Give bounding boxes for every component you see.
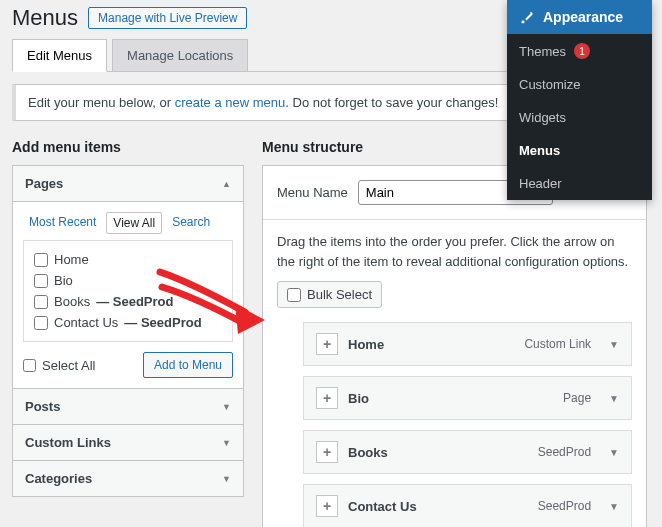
checkbox[interactable] <box>34 253 48 267</box>
brush-icon <box>519 9 535 25</box>
accordion-label: Posts <box>25 399 60 414</box>
plus-icon[interactable]: + <box>316 495 338 517</box>
add-items-heading: Add menu items <box>12 139 244 155</box>
appearance-sidebar: Appearance Themes 1 Customize Widgets Me… <box>507 0 652 200</box>
accordion-label: Custom Links <box>25 435 111 450</box>
sidebar-item-header[interactable]: Header <box>507 167 652 200</box>
menu-structure-desc: Drag the items into the order you prefer… <box>263 220 646 281</box>
menu-item-label: Contact Us <box>348 499 528 514</box>
caret-down-icon: ▼ <box>222 402 231 412</box>
notice-suffix: . Do not forget to save your changes! <box>285 95 498 110</box>
accordion-posts[interactable]: Posts ▼ <box>13 388 243 424</box>
menu-item[interactable]: + Home Custom Link ▼ <box>303 322 632 366</box>
caret-up-icon: ▲ <box>222 179 231 189</box>
accordion-label: Pages <box>25 176 63 191</box>
accordion-custom-links[interactable]: Custom Links ▼ <box>13 424 243 460</box>
tab-edit-menus[interactable]: Edit Menus <box>12 39 107 72</box>
caret-down-icon[interactable]: ▼ <box>609 393 619 404</box>
page-checkbox-books[interactable]: Books — SeedProd <box>34 291 222 312</box>
sidebar-item-menus[interactable]: Menus <box>507 134 652 167</box>
page-checkbox-contact[interactable]: Contact Us — SeedProd <box>34 312 222 333</box>
checkbox[interactable] <box>34 295 48 309</box>
notice-prefix: Edit your menu below, or <box>28 95 175 110</box>
select-all[interactable]: Select All <box>23 358 95 373</box>
caret-down-icon[interactable]: ▼ <box>609 339 619 350</box>
menu-structure-box: Menu Name Drag the items into the order … <box>262 165 647 527</box>
pages-list: Home Bio Books — SeedProd Contact Us — S… <box>23 240 233 342</box>
page-checkbox-bio[interactable]: Bio <box>34 270 222 291</box>
live-preview-button[interactable]: Manage with Live Preview <box>88 7 247 29</box>
sidebar-item-widgets[interactable]: Widgets <box>507 101 652 134</box>
sidebar-head[interactable]: Appearance <box>507 0 652 34</box>
menu-item-type: SeedProd <box>538 499 591 513</box>
menu-item-label: Books <box>348 445 528 460</box>
plus-icon[interactable]: + <box>316 333 338 355</box>
menu-name-label: Menu Name <box>277 185 348 200</box>
checkbox[interactable] <box>23 359 36 372</box>
menu-item[interactable]: + Books SeedProd ▼ <box>303 430 632 474</box>
menu-item-type: Custom Link <box>524 337 591 351</box>
menu-items: + Home Custom Link ▼ + Bio Page ▼ + Book… <box>263 322 646 527</box>
add-to-menu-button[interactable]: Add to Menu <box>143 352 233 378</box>
sidebar-item-themes[interactable]: Themes 1 <box>507 34 652 68</box>
sidebar-item-customize[interactable]: Customize <box>507 68 652 101</box>
menu-item-type: Page <box>563 391 591 405</box>
accordion-label: Categories <box>25 471 92 486</box>
menu-item[interactable]: + Bio Page ▼ <box>303 376 632 420</box>
subtab-search[interactable]: Search <box>166 212 216 234</box>
checkbox[interactable] <box>34 316 48 330</box>
menu-item[interactable]: + Contact Us SeedProd ▼ <box>303 484 632 527</box>
page-title: Menus <box>12 5 78 31</box>
menu-item-label: Bio <box>348 391 553 406</box>
subtab-recent[interactable]: Most Recent <box>23 212 102 234</box>
caret-down-icon[interactable]: ▼ <box>609 447 619 458</box>
caret-down-icon[interactable]: ▼ <box>609 501 619 512</box>
update-badge: 1 <box>574 43 590 59</box>
caret-down-icon: ▼ <box>222 474 231 484</box>
accordion-pages-body: Most Recent View All Search Home Bio Boo… <box>13 201 243 388</box>
plus-icon[interactable]: + <box>316 387 338 409</box>
checkbox[interactable] <box>287 288 301 302</box>
accordion: Pages ▲ Most Recent View All Search Home… <box>12 165 244 497</box>
create-menu-link[interactable]: create a new menu <box>175 95 286 110</box>
accordion-pages[interactable]: Pages ▲ <box>13 166 243 201</box>
menu-item-type: SeedProd <box>538 445 591 459</box>
page-checkbox-home[interactable]: Home <box>34 249 222 270</box>
accordion-categories[interactable]: Categories ▼ <box>13 460 243 496</box>
checkbox[interactable] <box>34 274 48 288</box>
subtab-view-all[interactable]: View All <box>106 212 162 234</box>
tab-manage-locations[interactable]: Manage Locations <box>112 39 248 72</box>
bulk-select[interactable]: Bulk Select <box>277 281 382 308</box>
plus-icon[interactable]: + <box>316 441 338 463</box>
caret-down-icon: ▼ <box>222 438 231 448</box>
menu-item-label: Home <box>348 337 514 352</box>
